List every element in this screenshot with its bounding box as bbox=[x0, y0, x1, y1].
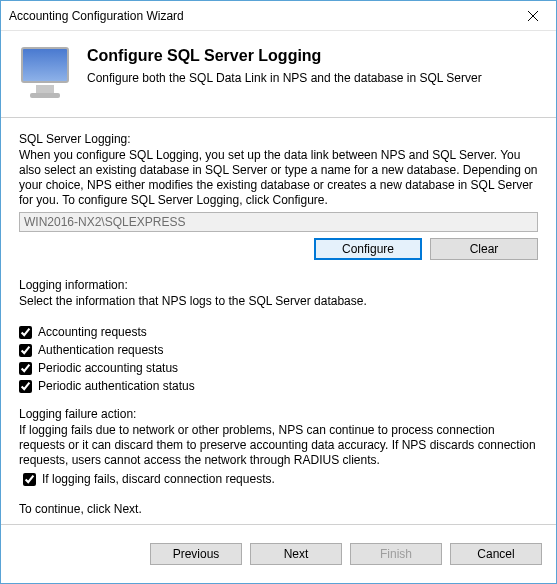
checkbox-label: If logging fails, discard connection req… bbox=[42, 472, 275, 486]
checkbox-discard-on-fail[interactable] bbox=[23, 473, 36, 486]
close-icon bbox=[528, 11, 538, 21]
sql-logging-label: SQL Server Logging: bbox=[19, 132, 538, 146]
failure-desc: If logging fails due to network or other… bbox=[19, 423, 538, 468]
wizard-footer: Previous Next Finish Cancel bbox=[1, 524, 556, 583]
sql-logging-desc: When you configure SQL Logging, you set … bbox=[19, 148, 538, 208]
configure-button[interactable]: Configure bbox=[314, 238, 422, 260]
page-subtitle: Configure both the SQL Data Link in NPS … bbox=[87, 71, 482, 85]
checkbox-periodic-authentication[interactable] bbox=[19, 380, 32, 393]
titlebar: Accounting Configuration Wizard bbox=[1, 1, 556, 31]
checkbox-label: Periodic accounting status bbox=[38, 361, 178, 375]
checkbox-accounting-requests[interactable] bbox=[19, 326, 32, 339]
window-title: Accounting Configuration Wizard bbox=[9, 9, 184, 23]
checkbox-label: Accounting requests bbox=[38, 325, 147, 339]
finish-button: Finish bbox=[350, 543, 442, 565]
checkbox-periodic-accounting[interactable] bbox=[19, 362, 32, 375]
page-title: Configure SQL Server Logging bbox=[87, 47, 482, 65]
previous-button[interactable]: Previous bbox=[150, 543, 242, 565]
failure-label: Logging failure action: bbox=[19, 407, 538, 421]
sql-server-input[interactable] bbox=[19, 212, 538, 232]
logging-info-desc: Select the information that NPS logs to … bbox=[19, 294, 538, 309]
logging-info-label: Logging information: bbox=[19, 278, 538, 292]
checkbox-label: Authentication requests bbox=[38, 343, 163, 357]
wizard-header: Configure SQL Server Logging Configure b… bbox=[1, 31, 556, 118]
checkbox-label: Periodic authentication status bbox=[38, 379, 195, 393]
clear-button[interactable]: Clear bbox=[430, 238, 538, 260]
next-button[interactable]: Next bbox=[250, 543, 342, 565]
monitor-icon bbox=[17, 43, 73, 99]
cancel-button[interactable]: Cancel bbox=[450, 543, 542, 565]
wizard-window: Accounting Configuration Wizard Configur… bbox=[0, 0, 557, 584]
content-area: SQL Server Logging: When you configure S… bbox=[1, 118, 556, 524]
close-button[interactable] bbox=[510, 1, 556, 31]
checkbox-authentication-requests[interactable] bbox=[19, 344, 32, 357]
continue-text: To continue, click Next. bbox=[19, 502, 538, 516]
